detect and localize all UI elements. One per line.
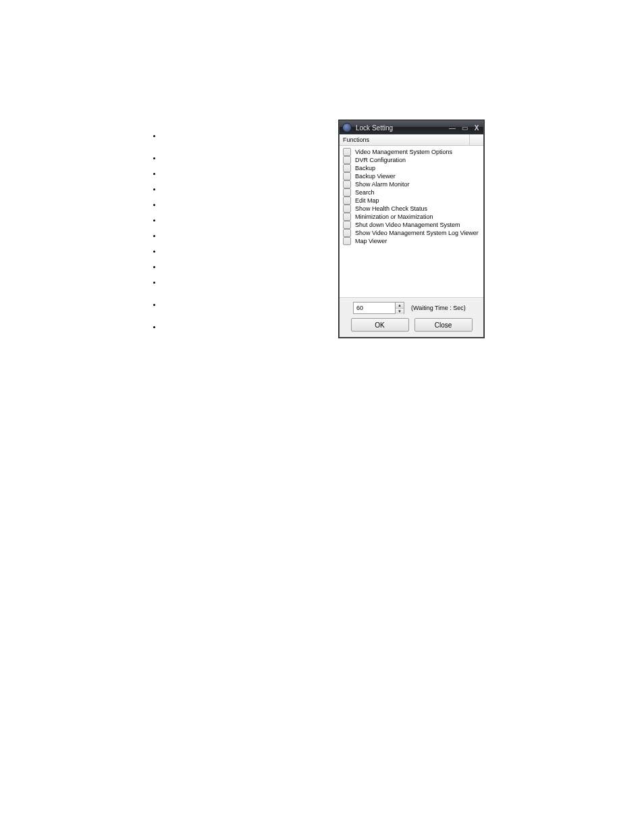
function-item[interactable]: Show Health Check Status <box>343 205 480 213</box>
function-item[interactable]: Minimization or Maximization <box>343 213 480 221</box>
function-item[interactable]: DVR Configuration <box>343 156 480 164</box>
function-item-label: DVR Configuration <box>355 157 406 163</box>
function-item[interactable]: Video Management System Options <box>343 148 480 156</box>
checkbox[interactable] <box>343 172 351 180</box>
checkbox[interactable] <box>343 229 351 237</box>
waiting-time-row: 60 ▲ ▼ (Waiting Time : Sec) <box>346 302 477 314</box>
spinner-down-icon[interactable]: ▼ <box>396 309 404 314</box>
waiting-time-label: (Waiting Time : Sec) <box>411 305 466 311</box>
checkbox[interactable] <box>343 188 351 197</box>
function-item-label: Shut down Video Management System <box>355 221 460 228</box>
function-item-label: Edit Map <box>355 197 379 204</box>
function-item[interactable]: Shut down Video Management System <box>343 221 480 229</box>
function-item-label: Map Viewer <box>355 238 387 244</box>
window-title: Lock Setting <box>356 124 448 132</box>
close-button[interactable]: Close <box>414 318 473 332</box>
waiting-time-value[interactable]: 60 <box>354 305 395 311</box>
function-item-label: Backup Viewer <box>355 173 396 180</box>
window-controls: — ▭ X <box>448 124 481 132</box>
minimize-icon[interactable]: — <box>448 124 456 132</box>
spinner-up-icon[interactable]: ▲ <box>396 303 404 309</box>
function-item[interactable]: Backup <box>343 164 480 172</box>
checkbox[interactable] <box>343 197 351 205</box>
column-header: Functions <box>340 134 483 146</box>
checkbox[interactable] <box>343 164 351 172</box>
function-item-label: Show Health Check Status <box>355 205 427 212</box>
ok-button[interactable]: OK <box>351 318 409 332</box>
checkbox[interactable] <box>343 180 351 188</box>
maximize-icon[interactable]: ▭ <box>460 124 468 132</box>
function-item[interactable]: Search <box>343 188 480 197</box>
function-item-label: Show Video Management System Log Viewer <box>355 230 479 236</box>
function-item-label: Show Alarm Monitor <box>355 181 410 188</box>
left-bullet-list <box>135 132 162 346</box>
spinner-buttons: ▲ ▼ <box>395 303 404 314</box>
function-item[interactable]: Show Video Management System Log Viewer <box>343 229 480 237</box>
checkbox[interactable] <box>343 156 351 164</box>
lock-setting-dialog: Lock Setting — ▭ X Functions Video Manag… <box>339 120 484 338</box>
app-icon <box>342 123 352 132</box>
checkbox[interactable] <box>343 221 351 229</box>
waiting-time-spinner[interactable]: 60 ▲ ▼ <box>353 302 404 314</box>
checkbox[interactable] <box>343 205 351 213</box>
checkbox[interactable] <box>343 148 351 156</box>
function-item-label: Search <box>355 189 375 196</box>
functions-list: Video Management System OptionsDVR Confi… <box>340 146 483 297</box>
close-icon[interactable]: X <box>473 124 481 132</box>
function-item-label: Backup <box>355 165 375 172</box>
checkbox[interactable] <box>343 213 351 221</box>
function-item[interactable]: Show Alarm Monitor <box>343 180 480 188</box>
button-row: OK Close <box>346 318 477 332</box>
function-item[interactable]: Backup Viewer <box>343 172 480 180</box>
titlebar[interactable]: Lock Setting — ▭ X <box>340 121 483 134</box>
column-header-label: Functions <box>343 136 469 143</box>
column-header-spacer <box>469 134 483 145</box>
function-item[interactable]: Map Viewer <box>343 237 480 245</box>
bottom-panel: 60 ▲ ▼ (Waiting Time : Sec) OK Close <box>340 297 483 337</box>
checkbox[interactable] <box>343 237 351 245</box>
function-item-label: Video Management System Options <box>355 149 452 155</box>
function-item[interactable]: Edit Map <box>343 197 480 205</box>
function-item-label: Minimization or Maximization <box>355 213 433 220</box>
